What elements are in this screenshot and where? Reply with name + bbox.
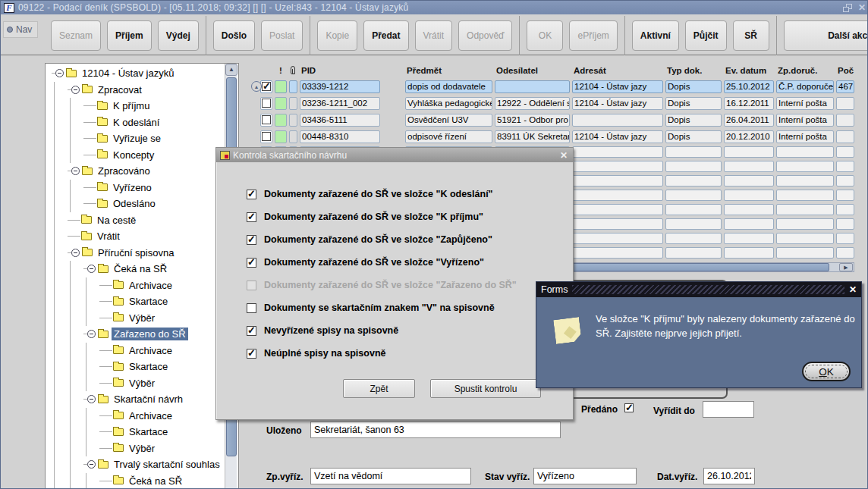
toolbar-button-seznam[interactable]: Seznam — [51, 20, 101, 51]
tree-item-zpracov-no[interactable]: Zpracováno — [46, 163, 226, 180]
row-checkbox-cell[interactable] — [260, 130, 272, 143]
tree-item-zpracovat[interactable]: Zpracovat — [46, 82, 226, 99]
toolbar-button-dal-akce[interactable]: Další akce — [784, 20, 868, 51]
table-row[interactable]: 03236-1211_002Vyhláška pedagogické12922 … — [242, 95, 854, 111]
tree-item-vy-izuje-se[interactable]: Vyřizuje se — [46, 130, 226, 147]
toolbar-button-aktivn[interactable]: Aktivní — [632, 20, 679, 51]
kontrola-checkbox[interactable] — [247, 212, 256, 222]
table-row[interactable]: 00448-8310odpisové řízení83911 ÚK Sekret… — [242, 128, 854, 145]
kontrola-checkbox[interactable] — [247, 349, 256, 359]
tree-item-ek-na-s[interactable]: Čeká na SŘ — [46, 473, 226, 489]
toolbar-button-s[interactable]: SŘ — [733, 20, 769, 51]
toolbar-button-ok[interactable]: OK — [527, 20, 563, 51]
tree-item-vr-tit[interactable]: Vrátit — [46, 228, 226, 245]
tree-item-skartace[interactable]: Skartace — [46, 424, 226, 440]
kontrola-dialog-icon — [220, 151, 230, 160]
predano-checkbox[interactable] — [624, 403, 634, 412]
row-checkbox-cell[interactable] — [260, 80, 272, 93]
tree-expander-icon[interactable] — [87, 330, 96, 338]
tree-item-trval-skarta-n-souhlas[interactable]: Trvalý skartační souhlas — [46, 456, 226, 473]
tree-expander-icon[interactable] — [71, 249, 80, 257]
scroll-right-button[interactable]: ▶ — [839, 263, 853, 271]
toolbar-button-p-jem[interactable]: Příjem — [107, 20, 152, 51]
row-checkbox[interactable] — [262, 132, 271, 141]
tree-item-skarta-n-n-vrh[interactable]: Skartační návrh — [46, 391, 226, 408]
tree-expander-icon[interactable] — [71, 86, 80, 94]
toolbar-button-vr-tit[interactable]: Vrátit — [415, 20, 453, 51]
tree-item-za-azeno-do-s[interactable]: Zařazeno do SŘ — [46, 326, 226, 343]
tree-item-ek-na-s[interactable]: Čeká na SŘ — [46, 261, 226, 277]
close-icon[interactable]: ✕ — [558, 150, 569, 161]
tree-item-na-cest[interactable]: Na cestě — [46, 212, 226, 229]
ulozeno-label: Uloženo — [266, 425, 302, 436]
tree-item-v-b-r[interactable]: Výběr — [46, 310, 226, 327]
toolbar-button-do-lo[interactable]: Došlo — [213, 20, 255, 51]
dat-vyriz-field[interactable] — [703, 468, 755, 484]
kontrola-checkbox[interactable] — [247, 190, 256, 199]
row-checkbox[interactable] — [262, 82, 271, 91]
kontrola-checkbox[interactable] — [247, 258, 256, 268]
tree-expander-icon[interactable] — [87, 265, 96, 273]
tree-item-archivace[interactable]: Archivace — [46, 408, 226, 425]
tree-item-skartace[interactable]: Skartace — [46, 359, 226, 375]
tree-item-label: Skartace — [127, 425, 170, 438]
tree-item-label: Archivace — [127, 279, 175, 292]
tree-expander-icon[interactable] — [55, 69, 64, 77]
zp-vyriz-field[interactable] — [310, 468, 471, 484]
zpet-button[interactable]: Zpět — [343, 379, 415, 398]
row-checkbox-cell[interactable] — [260, 97, 272, 110]
tree-item-koncepty[interactable]: Koncepty — [46, 147, 226, 164]
tree-item-skartace[interactable]: Skartace — [46, 293, 226, 310]
tree-item-archivace[interactable]: Archivace — [46, 343, 226, 359]
tree-item-k-p-jmu[interactable]: K příjmu — [46, 98, 226, 114]
tree-item-vy-zeno[interactable]: Vyřízeno — [46, 180, 226, 196]
toolbar-button-p-edat[interactable]: Předat — [363, 20, 408, 51]
spustit-kontrolu-button[interactable]: Spustit kontrolu — [430, 379, 541, 398]
nav-tab[interactable]: Nav — [3, 21, 38, 38]
tree-item-p-ru-n-spisovna[interactable]: Příruční spisovna — [46, 245, 226, 262]
adresat-cell — [572, 233, 663, 244]
toolbar-button-p-j-it[interactable]: Půjčit — [685, 20, 727, 51]
kontrola-check-row: Neúplné spisy na spisovně — [247, 342, 517, 365]
ok-button[interactable]: OK — [802, 362, 851, 381]
tree-item-v-b-r[interactable]: Výběr — [46, 375, 226, 392]
tree-item-label: Archivace — [127, 409, 175, 422]
scroll-up-button[interactable]: ▲ — [225, 64, 237, 76]
tree-item-label: Skartace — [127, 360, 170, 373]
table-row[interactable]: 03436-5111Osvědčení U3V51921 - Odbor pro… — [242, 111, 854, 128]
tree-item-label: Koncepty — [111, 149, 156, 161]
toolbar-button-kopie[interactable]: Kopie — [317, 20, 357, 51]
tree-expander-icon[interactable] — [71, 167, 80, 175]
row-checkbox[interactable] — [262, 115, 271, 124]
ev-datum-cell — [724, 204, 774, 215]
tree-guide-lines — [46, 293, 99, 310]
restore-window-icon[interactable] — [843, 4, 852, 12]
tree-item-k-odesl-n[interactable]: K odeslání — [46, 114, 226, 131]
tree-item-archivace[interactable]: Archivace — [46, 277, 226, 294]
adresat-cell — [572, 247, 663, 259]
toolbar-button-v-dej[interactable]: Výdej — [158, 20, 199, 51]
ulozeno-field[interactable] — [310, 422, 561, 438]
tree-expander-icon[interactable] — [87, 395, 96, 403]
kontrola-checkbox[interactable] — [247, 303, 256, 313]
kontrola-checkbox[interactable] — [247, 326, 256, 336]
tree-item-12104-stav-jazyk[interactable]: 12104 - Ústav jazyků — [46, 65, 226, 82]
tree-connector — [99, 301, 112, 302]
close-icon[interactable]: ✕ — [849, 284, 857, 295]
toolbar-button-ep-jem[interactable]: ePříjem — [569, 20, 617, 51]
pid-column-header: PID — [300, 66, 380, 75]
status-green-cell — [275, 114, 287, 127]
toolbar-button-odpov[interactable]: Odpověď — [458, 20, 512, 51]
tree-guide-lines — [46, 375, 99, 392]
vyridit-do-field[interactable] — [703, 401, 754, 418]
tree-item-odesl-no[interactable]: Odesláno — [46, 196, 226, 212]
stav-vyriz-field[interactable] — [533, 468, 637, 484]
close-window-icon[interactable]: ✕ — [858, 2, 866, 13]
row-checkbox-cell[interactable] — [260, 114, 272, 127]
row-checkbox[interactable] — [262, 99, 271, 108]
tree-item-v-b-r[interactable]: Výběr — [46, 440, 226, 457]
toolbar-button-poslat[interactable]: Poslat — [261, 20, 303, 51]
tree-expander-icon[interactable] — [87, 460, 96, 469]
table-row[interactable]: 03339-1212dopis od dodavatele12104 - Úst… — [242, 78, 854, 95]
kontrola-checkbox[interactable] — [247, 235, 256, 245]
